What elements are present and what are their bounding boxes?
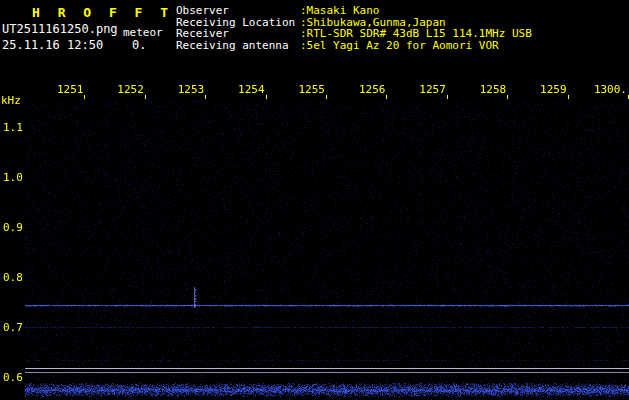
time-tick-label: 1252: [117, 83, 144, 96]
time-tick-label: 1256: [359, 83, 386, 96]
info-label: Observer: [176, 5, 300, 17]
time-tick-label: 1251: [57, 83, 84, 96]
freq-tick-label: 1.1: [3, 121, 23, 134]
datetime-label: 25.11.16 12:50: [2, 38, 103, 52]
time-tick-mark: [205, 95, 206, 99]
time-tick-mark: [568, 95, 569, 99]
time-tick-label: 1259: [540, 83, 567, 96]
info-value: :5el Yagi Az 20 for Aomori VOR: [300, 40, 499, 52]
freq-tick-label: 0.6: [3, 371, 23, 384]
time-tick-mark: [145, 95, 146, 99]
spectrogram-canvas: [25, 100, 629, 400]
info-row: Observer:Masaki Kano: [176, 5, 532, 17]
hrofft-spectrogram-screen: H R O F F T UT2511161250.png meteor 25.1…: [0, 0, 629, 400]
time-tick-label: 1253: [178, 83, 205, 96]
time-tick-mark: [84, 95, 85, 99]
time-tick-mark: [507, 95, 508, 99]
freq-tick-label: 0.8: [3, 271, 23, 284]
echo-count-label: 0.: [132, 38, 146, 52]
time-tick-label: 1258: [480, 83, 507, 96]
info-label: Receiver: [176, 28, 300, 40]
info-table: Observer:Masaki KanoReceiving Location:S…: [176, 5, 532, 51]
info-value: :RTL-SDR SDR# 43dB L15 114.1MHz USB: [300, 28, 532, 40]
filename-label: UT2511161250.png: [2, 22, 118, 36]
freq-tick-label: 1.0: [3, 171, 23, 184]
time-tick-mark: [447, 95, 448, 99]
info-row: Receiver:RTL-SDR SDR# 43dB L15 114.1MHz …: [176, 28, 532, 40]
time-tick-label: 1300.: [594, 83, 627, 96]
khz-unit-label: kHz: [1, 94, 21, 107]
info-label: Receiving antenna: [176, 40, 300, 52]
time-tick-mark: [266, 95, 267, 99]
info-row: Receiving antenna:5el Yagi Az 20 for Aom…: [176, 40, 532, 52]
time-tick-label: 1254: [238, 83, 265, 96]
freq-tick-label: 0.7: [3, 321, 23, 334]
app-title: H R O F F T: [32, 5, 173, 20]
time-tick-label: 1257: [419, 83, 446, 96]
time-tick-mark: [326, 95, 327, 99]
info-value: :Masaki Kano: [300, 5, 379, 17]
time-tick-label: 1255: [299, 83, 326, 96]
freq-tick-label: 0.9: [3, 221, 23, 234]
time-tick-mark: [386, 95, 387, 99]
